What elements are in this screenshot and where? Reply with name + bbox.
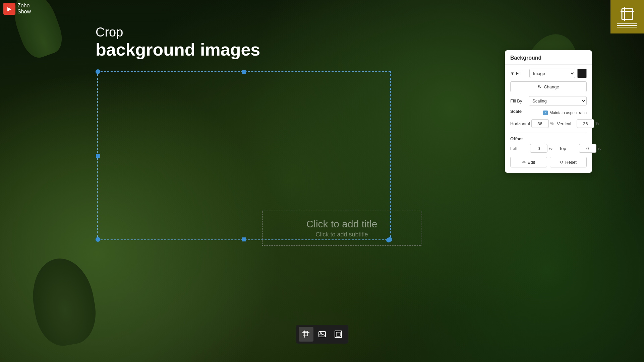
scale-label: Scale <box>510 109 522 114</box>
svg-rect-3 <box>303 331 308 336</box>
color-swatch[interactable] <box>577 69 587 78</box>
horizontal-input-group: Horizontal % <box>510 119 553 128</box>
offset-row: Left % Top % <box>510 144 587 153</box>
vertical-unit: % <box>595 121 599 126</box>
fill-by-label: Fill By <box>510 98 529 103</box>
scale-row: Scale ✓ Maintain aspect ratio <box>510 109 587 117</box>
panel-actions: ✏ Edit ↺ Reset <box>510 157 587 169</box>
top-right-crop-panel <box>610 0 644 33</box>
title-placeholder[interactable]: Click to add title Click to add subtitle <box>262 211 421 246</box>
fill-type-dropdown[interactable]: Image Color Gradient <box>529 69 575 78</box>
maintain-aspect-ratio[interactable]: ✓ Maintain aspect ratio <box>543 111 587 115</box>
panel-title: Background <box>510 55 541 61</box>
horizontal-label: Horizontal <box>510 121 530 126</box>
left-unit: % <box>549 146 552 151</box>
toolbar-image-button[interactable] <box>315 327 330 342</box>
offset-label: Offset <box>510 136 587 141</box>
reset-label: Reset <box>565 160 577 165</box>
top-input-group: Top % <box>559 144 601 153</box>
image-tool-icon <box>318 330 326 338</box>
slide-title-bold: background images <box>96 40 260 60</box>
divider <box>510 133 587 133</box>
crop-tool-icon <box>302 330 310 338</box>
maintain-label: Maintain aspect ratio <box>549 111 587 115</box>
logo-text: Zoho Show <box>17 3 31 14</box>
scale-inputs-row: Horizontal % Vertical % <box>510 119 587 128</box>
bottom-toolbar <box>296 325 348 344</box>
left-value-input[interactable] <box>530 144 547 153</box>
fill-by-row: Fill By Scaling Stretch Tile Center Fill… <box>510 96 587 105</box>
logo-show: Show <box>17 9 31 15</box>
top-unit: % <box>598 146 601 151</box>
scale-section: Scale ✓ Maintain aspect ratio Horizontal… <box>510 109 587 128</box>
edit-button[interactable]: ✏ Edit <box>510 157 547 167</box>
handle-top-mid[interactable] <box>242 70 246 74</box>
fill-by-dropdown[interactable]: Scaling Stretch Tile Center Fill Fit <box>529 96 587 105</box>
canvas-selection-box[interactable]: Click to add title Click to add subtitle <box>97 71 391 240</box>
reset-icon: ↺ <box>560 160 564 165</box>
vertical-input-group: Vertical % <box>557 119 599 128</box>
toolbar-crop-button[interactable] <box>299 327 313 342</box>
vertical-label: Vertical <box>557 121 575 126</box>
offset-section: Offset Left % Top % <box>510 136 587 153</box>
toolbar-adjust-button[interactable] <box>331 327 346 342</box>
fill-row: ▼ Fill Image Color Gradient <box>510 69 587 78</box>
handle-bottom-left[interactable] <box>96 237 100 242</box>
background-panel: Background ▼ Fill Image Color Gradient ↻… <box>505 50 592 173</box>
handle-top-left[interactable] <box>96 69 100 74</box>
adjust-tool-icon <box>334 330 342 338</box>
panel-header: Background <box>505 50 592 65</box>
top-value-input[interactable] <box>579 144 596 153</box>
handle-bottom-right-circle[interactable] <box>386 238 391 242</box>
horizontal-unit: % <box>550 121 554 126</box>
click-to-add-title[interactable]: Click to add title <box>306 218 377 230</box>
svg-rect-9 <box>336 332 340 336</box>
svg-rect-0 <box>622 9 633 19</box>
top-label: Top <box>559 146 578 151</box>
edit-icon: ✏ <box>522 160 526 165</box>
slide-title-light: Crop <box>96 25 260 40</box>
left-label: Left <box>510 146 529 151</box>
checkbox-icon: ✓ <box>543 111 548 115</box>
vertical-value-input[interactable] <box>577 119 594 128</box>
fill-label: Fill <box>516 71 529 76</box>
change-label: Change <box>544 84 559 89</box>
crop-icon-large <box>619 6 635 22</box>
slide-heading: Crop background images <box>96 25 260 60</box>
handle-mid-left[interactable] <box>96 154 100 158</box>
logo-icon <box>3 3 15 15</box>
logo-zoho: Zoho <box>17 3 31 9</box>
left-input-group: Left % <box>510 144 552 153</box>
reset-button[interactable]: ↺ Reset <box>550 157 587 167</box>
panel-body: ▼ Fill Image Color Gradient ↻ Change Fil… <box>505 65 592 173</box>
svg-rect-8 <box>335 331 342 338</box>
click-to-add-subtitle[interactable]: Click to add subtitle <box>315 231 368 238</box>
app-logo[interactable]: Zoho Show <box>3 3 31 15</box>
horizontal-value-input[interactable] <box>531 119 549 128</box>
edit-label: Edit <box>528 160 535 165</box>
change-button[interactable]: ↻ Change <box>510 81 587 92</box>
handle-bottom-mid[interactable] <box>242 237 246 241</box>
extended-dashed-line <box>391 71 391 240</box>
